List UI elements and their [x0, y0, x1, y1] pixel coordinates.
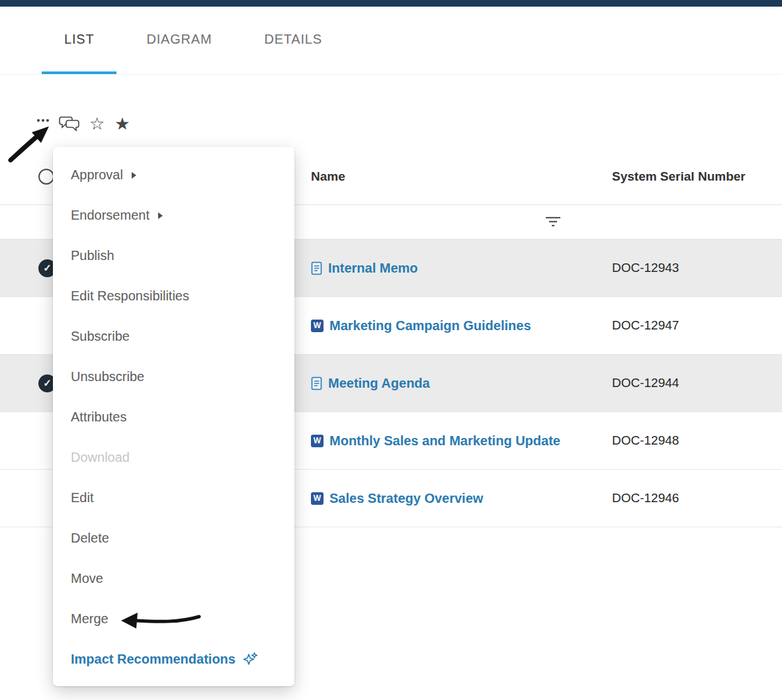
- menu-item-attributes[interactable]: Attributes: [53, 397, 294, 437]
- document-link[interactable]: Meeting Agenda: [328, 376, 430, 391]
- menu-item-label: Download: [71, 450, 130, 465]
- column-header-serial[interactable]: System Serial Number: [612, 169, 782, 184]
- menu-item-impact-recommendations[interactable]: Impact Recommendations: [53, 639, 294, 679]
- menu-item-publish[interactable]: Publish: [53, 236, 294, 276]
- serial-number: DOC-12944: [612, 376, 782, 390]
- menu-item-move[interactable]: Move: [53, 558, 294, 599]
- sparkles-icon: [241, 652, 258, 668]
- tab-list[interactable]: LIST: [42, 7, 116, 74]
- serial-number: DOC-12943: [612, 261, 782, 275]
- star-filled-icon[interactable]: ★: [114, 115, 130, 132]
- document-link[interactable]: Monthly Sales and Marketing Update: [329, 433, 560, 449]
- filter-icon-svg: [544, 216, 562, 228]
- menu-item-download[interactable]: Download: [53, 437, 294, 478]
- menu-item-label: Delete: [71, 531, 109, 546]
- column-header-name[interactable]: Name: [311, 169, 612, 184]
- tab-diagram[interactable]: DIAGRAM: [124, 7, 234, 74]
- menu-item-label: Impact Recommendations: [71, 652, 236, 667]
- menu-item-merge[interactable]: Merge: [53, 599, 294, 639]
- serial-number: DOC-12947: [612, 318, 782, 333]
- tab-details[interactable]: DETAILS: [241, 7, 344, 74]
- name-cell: Monthly Sales and Marketing Update: [311, 433, 612, 449]
- submenu-arrow-icon: [158, 212, 163, 219]
- serial-number: DOC-12948: [612, 433, 782, 448]
- menu-item-approval[interactable]: Approval: [53, 155, 294, 195]
- document-file-icon: [311, 376, 322, 390]
- filter-icon[interactable]: [544, 216, 562, 230]
- name-cell: Internal Memo: [311, 261, 612, 276]
- select-all-checkbox[interactable]: [38, 169, 54, 185]
- name-cell: Sales Strategy Overview: [311, 491, 612, 506]
- document-file-icon: [311, 261, 322, 275]
- submenu-arrow-icon: [132, 172, 136, 179]
- document-link[interactable]: Internal Memo: [328, 261, 418, 276]
- name-cell: Marketing Campaign Guidelines: [311, 318, 612, 333]
- document-link[interactable]: Sales Strategy Overview: [329, 491, 483, 506]
- more-options-dots: [37, 119, 49, 122]
- menu-item-label: Edit: [71, 490, 93, 505]
- menu-item-subscribe[interactable]: Subscribe: [53, 316, 294, 357]
- menu-item-edit-responsibilities[interactable]: Edit Responsibilities: [53, 276, 294, 316]
- word-file-icon: [311, 492, 324, 505]
- comments-icon-svg: [59, 116, 79, 132]
- tab-list-label: LIST: [64, 32, 94, 47]
- page: LIST DIAGRAM DETAILS ☆ ★ Name System Ser…: [0, 0, 782, 700]
- menu-item-label: Attributes: [71, 410, 126, 425]
- star-outline-icon[interactable]: ☆: [89, 115, 105, 132]
- top-navy-bar: [0, 0, 782, 7]
- menu-item-label: Approval: [71, 167, 123, 183]
- menu-item-label: Edit Responsibilities: [71, 288, 189, 304]
- tab-bar: LIST DIAGRAM DETAILS: [0, 7, 782, 75]
- menu-item-label: Unsubscribe: [71, 369, 144, 384]
- document-link[interactable]: Marketing Campaign Guidelines: [329, 318, 531, 333]
- menu-item-unsubscribe[interactable]: Unsubscribe: [53, 357, 294, 397]
- menu-item-label: Publish: [71, 248, 114, 263]
- serial-number: DOC-12946: [612, 491, 782, 505]
- menu-item-edit[interactable]: Edit: [53, 478, 294, 518]
- name-cell: Meeting Agenda: [311, 376, 612, 391]
- word-file-icon: [311, 435, 324, 447]
- menu-item-label: Subscribe: [71, 329, 130, 344]
- tab-diagram-label: DIAGRAM: [146, 32, 212, 47]
- menu-item-label: Merge: [71, 611, 109, 627]
- context-menu: Approval Endorsement Publish Edit Respon…: [53, 147, 294, 686]
- word-file-icon: [311, 320, 324, 332]
- toolbar: ☆ ★: [37, 110, 130, 138]
- menu-item-delete[interactable]: Delete: [53, 518, 294, 558]
- menu-item-label: Endorsement: [71, 208, 150, 223]
- menu-item-label: Move: [71, 571, 103, 586]
- comments-icon[interactable]: [59, 116, 79, 132]
- menu-item-endorsement[interactable]: Endorsement: [53, 195, 294, 236]
- tab-details-label: DETAILS: [264, 32, 322, 47]
